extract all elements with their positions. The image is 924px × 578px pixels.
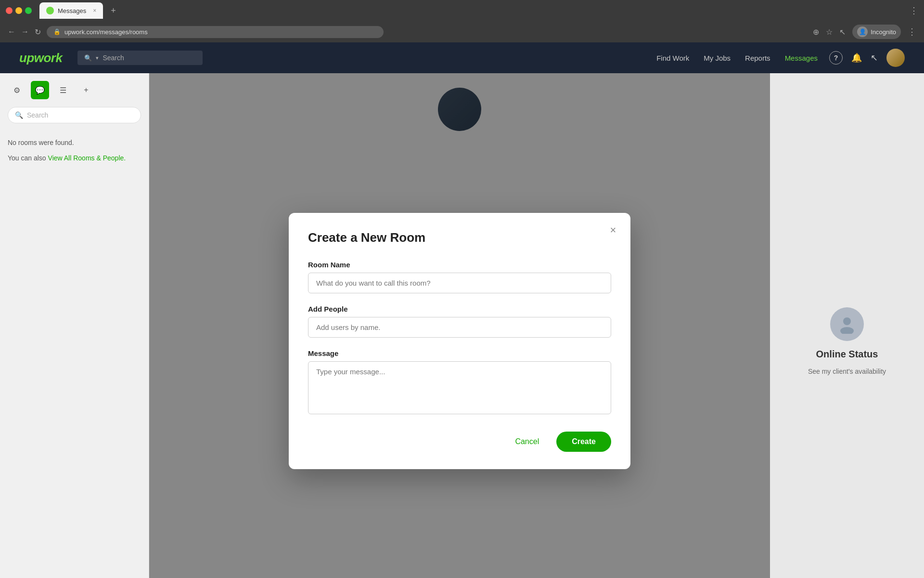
cursor-tool-icon[interactable]: ↖ — [871, 53, 878, 63]
room-name-group: Room Name — [308, 261, 611, 293]
message-textarea[interactable] — [308, 361, 611, 414]
add-people-group: Add People — [308, 305, 611, 338]
sidebar-search-icon: 🔍 — [15, 111, 23, 119]
lock-icon: 🔒 — [53, 28, 61, 35]
maximize-dot[interactable] — [25, 7, 32, 14]
nav-my-jobs[interactable]: My Jobs — [704, 54, 731, 62]
search-dropdown-icon[interactable]: ▾ — [96, 55, 99, 61]
message-group: Message — [308, 349, 611, 416]
incognito-badge[interactable]: 👤 Incognito — [852, 25, 901, 39]
online-status-description: See my client's availability — [808, 368, 886, 375]
message-label: Message — [308, 349, 611, 357]
close-dot[interactable] — [6, 7, 13, 14]
incognito-avatar: 👤 — [857, 26, 868, 37]
room-name-label: Room Name — [308, 261, 611, 269]
nav-reports[interactable]: Reports — [745, 54, 770, 62]
contacts-icon: ☰ — [60, 86, 66, 95]
header-right-icons: ? 🔔 ↖ — [829, 49, 905, 67]
minimize-dot[interactable] — [15, 7, 22, 14]
view-all-message: You can also View All Rooms & People. — [8, 154, 141, 162]
notification-bell-icon[interactable]: 🔔 — [851, 53, 862, 63]
room-name-input[interactable] — [308, 273, 611, 293]
sidebar-search[interactable]: 🔍 Search — [8, 107, 141, 123]
view-all-rooms-link[interactable]: View All Rooms & People. — [48, 154, 126, 162]
modal-title: Create a New Room — [308, 230, 611, 245]
browser-dots — [6, 7, 32, 14]
back-button[interactable]: ← — [8, 27, 15, 36]
sidebar-search-placeholder: Search — [27, 111, 48, 119]
sidebar-toolbar: ⚙ 💬 ☰ + — [0, 73, 149, 107]
online-status-title: Online Status — [816, 349, 878, 360]
main-navigation: Find Work My Jobs Reports Messages — [656, 54, 818, 62]
extensions-icon[interactable]: ⊕ — [813, 27, 819, 37]
forward-button[interactable]: → — [21, 27, 29, 36]
upwork-header: upwork 🔍 ▾ Search Find Work My Jobs Repo… — [0, 42, 924, 73]
app-container: ⚙ 💬 ☰ + 🔍 Search No rooms were found. Yo… — [0, 73, 924, 578]
nav-find-work[interactable]: Find Work — [656, 54, 689, 62]
create-room-modal: × Create a New Room Room Name Add People… — [289, 213, 630, 469]
user-avatar[interactable] — [886, 49, 905, 67]
create-button[interactable]: Create — [556, 432, 611, 452]
main-content-area: × Create a New Room Room Name Add People… — [149, 73, 770, 578]
person-silhouette-icon — [837, 315, 857, 334]
view-all-prefix: You can also — [8, 154, 48, 162]
sidebar: ⚙ 💬 ☰ + 🔍 Search No rooms were found. Yo… — [0, 73, 149, 578]
messages-icon: 💬 — [35, 86, 45, 95]
address-text: upwork.com/messages/rooms — [64, 28, 148, 36]
help-icon[interactable]: ? — [829, 51, 843, 65]
cancel-button[interactable]: Cancel — [507, 433, 547, 451]
messages-tab-button[interactable]: 💬 — [31, 81, 49, 99]
sidebar-content: No rooms were found. You can also View A… — [0, 131, 149, 170]
upwork-logo: upwork — [19, 51, 62, 66]
browser-more-button[interactable]: ⋮ — [910, 5, 918, 16]
plus-icon: + — [84, 86, 88, 94]
nav-messages[interactable]: Messages — [785, 54, 818, 62]
refresh-button[interactable]: ↻ — [35, 27, 41, 37]
header-search-bar[interactable]: 🔍 ▾ Search — [77, 51, 203, 65]
search-placeholder-text: Search — [103, 54, 124, 62]
settings-button[interactable]: ⚙ — [8, 81, 26, 99]
incognito-label: Incognito — [871, 28, 896, 36]
browser-tab[interactable]: Messages × — [39, 2, 103, 19]
tab-title: Messages — [58, 7, 86, 14]
tab-close-button[interactable]: × — [93, 7, 96, 14]
add-people-input[interactable] — [308, 317, 611, 338]
modal-overlay[interactable]: × Create a New Room Room Name Add People… — [149, 73, 770, 578]
browser-toolbar-icons: ⊕ ☆ ↖ 👤 Incognito ⋮ — [813, 25, 916, 39]
new-tab-button[interactable]: + — [111, 6, 116, 16]
browser-address-bar: ← → ↻ 🔒 upwork.com/messages/rooms ⊕ ☆ ↖ … — [0, 21, 924, 42]
svg-point-1 — [840, 327, 854, 334]
contacts-tab-button[interactable]: ☰ — [54, 81, 72, 99]
modal-close-button[interactable]: × — [605, 223, 621, 238]
tab-favicon — [46, 7, 54, 14]
online-status-icon — [830, 307, 864, 341]
browser-menu-icon[interactable]: ⋮ — [908, 26, 916, 37]
no-rooms-message: No rooms were found. — [8, 139, 141, 146]
search-icon: 🔍 — [84, 54, 92, 62]
add-people-label: Add People — [308, 305, 611, 313]
svg-point-0 — [843, 317, 851, 325]
address-bar[interactable]: 🔒 upwork.com/messages/rooms — [47, 26, 384, 38]
cursor-icon[interactable]: ↖ — [839, 27, 846, 37]
modal-actions: Cancel Create — [308, 432, 611, 452]
right-panel: Online Status See my client's availabili… — [770, 73, 924, 578]
gear-icon: ⚙ — [13, 86, 20, 95]
bookmark-icon[interactable]: ☆ — [826, 27, 833, 37]
browser-title-bar: Messages × + ⋮ — [0, 0, 924, 21]
add-room-button[interactable]: + — [77, 81, 95, 99]
